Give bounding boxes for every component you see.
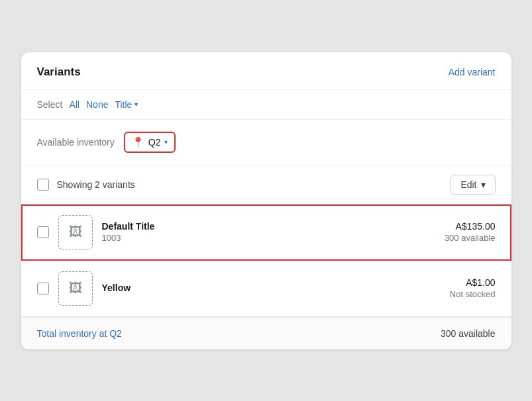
variant-info-2: Yellow	[102, 283, 441, 294]
variant-checkbox-1[interactable]	[37, 226, 49, 238]
variant-row-2: 🖼 Yellow A$1.00 Not stocked	[21, 261, 511, 317]
variant-checkbox-2[interactable]	[37, 283, 49, 294]
variant-name-2: Yellow	[102, 283, 441, 293]
location-pin-icon: 📍	[132, 136, 144, 148]
footer-value: 300 available	[441, 328, 496, 339]
variant-sku-1: 1003	[102, 233, 435, 243]
variant-price-1: A$135.00	[445, 221, 496, 232]
card-title: Variants	[37, 66, 81, 79]
variant-stock-1: 300 available	[445, 233, 496, 243]
location-dropdown[interactable]: 📍 Q2 ▾	[124, 132, 176, 153]
card-header: Variants Add variant	[21, 52, 511, 90]
variants-card: Variants Add variant Select All None Tit…	[21, 52, 511, 349]
variant-image-2: 🖼	[58, 271, 93, 306]
variant-pricing-2: A$1.00 Not stocked	[450, 277, 496, 299]
inventory-row: Available inventory 📍 Q2 ▾	[21, 120, 511, 165]
location-text: Q2	[148, 137, 161, 148]
title-chevron-icon: ▾	[134, 101, 138, 108]
footer-label: Total inventory at Q2	[37, 328, 122, 339]
variants-header: Showing 2 variants Edit ▾	[21, 165, 511, 204]
variants-count: Showing 2 variants	[57, 179, 443, 190]
edit-chevron-icon: ▾	[481, 179, 486, 190]
variant-price-2: A$1.00	[450, 277, 496, 288]
variant-pricing-1: A$135.00 300 available	[445, 221, 496, 243]
select-label: Select	[37, 99, 63, 110]
variant-name-1: Default Title	[102, 221, 435, 232]
select-none-button[interactable]: None	[86, 99, 108, 110]
variant-row-1: 🖼 Default Title 1003 A$135.00 300 availa…	[21, 204, 511, 261]
title-dropdown[interactable]: Title ▾	[115, 99, 138, 110]
variant-stock-2: Not stocked	[450, 289, 496, 299]
select-all-button[interactable]: All	[69, 99, 80, 110]
edit-button-label: Edit	[460, 179, 476, 190]
select-all-checkbox[interactable]	[37, 179, 49, 191]
image-placeholder-icon: 🖼	[69, 224, 82, 240]
select-row: Select All None Title ▾	[21, 90, 511, 120]
location-chevron-icon: ▾	[164, 138, 168, 146]
edit-button[interactable]: Edit ▾	[451, 175, 495, 195]
title-dropdown-label: Title	[115, 99, 132, 110]
add-variant-button[interactable]: Add variant	[449, 67, 496, 77]
inventory-label: Available inventory	[37, 137, 115, 148]
variant-image-1: 🖼	[58, 215, 93, 249]
image-placeholder-icon-2: 🖼	[69, 281, 82, 296]
footer-row: Total inventory at Q2 300 available	[21, 317, 511, 349]
variant-info-1: Default Title 1003	[102, 221, 435, 243]
